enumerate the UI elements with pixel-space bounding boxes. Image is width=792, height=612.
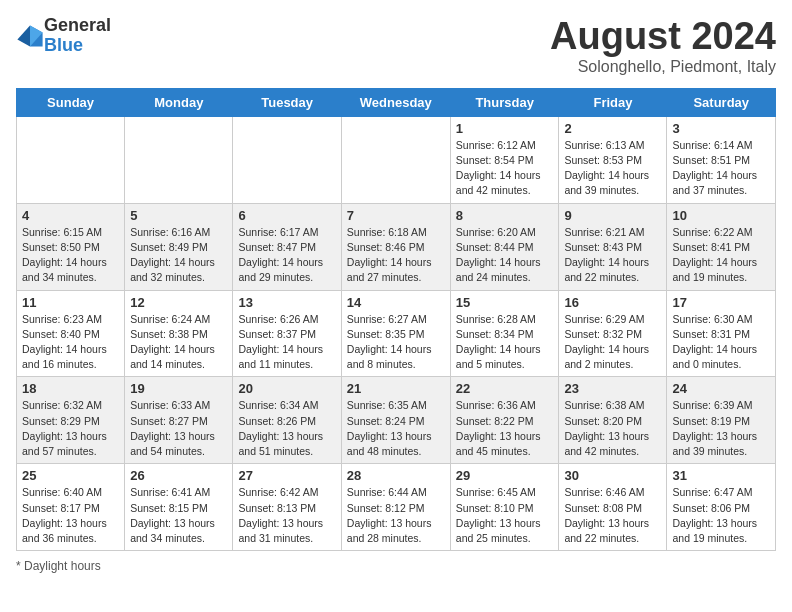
day-number: 22 [456, 381, 554, 396]
day-number: 14 [347, 295, 445, 310]
day-of-week-header: Saturday [667, 88, 776, 116]
day-number: 21 [347, 381, 445, 396]
calendar-day-cell: 2Sunrise: 6:13 AMSunset: 8:53 PMDaylight… [559, 116, 667, 203]
day-number: 19 [130, 381, 227, 396]
calendar-day-cell: 22Sunrise: 6:36 AMSunset: 8:22 PMDayligh… [450, 377, 559, 464]
day-info: Sunrise: 6:41 AMSunset: 8:15 PMDaylight:… [130, 485, 227, 546]
title-area: August 2024 Solonghello, Piedmont, Italy [550, 16, 776, 76]
day-info: Sunrise: 6:15 AMSunset: 8:50 PMDaylight:… [22, 225, 119, 286]
day-info: Sunrise: 6:40 AMSunset: 8:17 PMDaylight:… [22, 485, 119, 546]
calendar-day-cell: 19Sunrise: 6:33 AMSunset: 8:27 PMDayligh… [125, 377, 233, 464]
calendar-day-cell: 9Sunrise: 6:21 AMSunset: 8:43 PMDaylight… [559, 203, 667, 290]
calendar-day-cell [125, 116, 233, 203]
day-number: 16 [564, 295, 661, 310]
calendar-day-cell: 23Sunrise: 6:38 AMSunset: 8:20 PMDayligh… [559, 377, 667, 464]
day-number: 17 [672, 295, 770, 310]
day-info: Sunrise: 6:24 AMSunset: 8:38 PMDaylight:… [130, 312, 227, 373]
calendar-day-cell: 24Sunrise: 6:39 AMSunset: 8:19 PMDayligh… [667, 377, 776, 464]
day-info: Sunrise: 6:12 AMSunset: 8:54 PMDaylight:… [456, 138, 554, 199]
day-info: Sunrise: 6:28 AMSunset: 8:34 PMDaylight:… [456, 312, 554, 373]
calendar-day-cell: 17Sunrise: 6:30 AMSunset: 8:31 PMDayligh… [667, 290, 776, 377]
day-info: Sunrise: 6:29 AMSunset: 8:32 PMDaylight:… [564, 312, 661, 373]
day-number: 12 [130, 295, 227, 310]
day-number: 2 [564, 121, 661, 136]
calendar-day-cell: 8Sunrise: 6:20 AMSunset: 8:44 PMDaylight… [450, 203, 559, 290]
logo-blue-text: Blue [44, 35, 83, 55]
day-info: Sunrise: 6:47 AMSunset: 8:06 PMDaylight:… [672, 485, 770, 546]
day-number: 1 [456, 121, 554, 136]
day-info: Sunrise: 6:21 AMSunset: 8:43 PMDaylight:… [564, 225, 661, 286]
day-number: 28 [347, 468, 445, 483]
calendar-day-cell: 15Sunrise: 6:28 AMSunset: 8:34 PMDayligh… [450, 290, 559, 377]
day-info: Sunrise: 6:35 AMSunset: 8:24 PMDaylight:… [347, 398, 445, 459]
day-number: 8 [456, 208, 554, 223]
day-number: 24 [672, 381, 770, 396]
calendar-day-cell: 18Sunrise: 6:32 AMSunset: 8:29 PMDayligh… [17, 377, 125, 464]
day-number: 4 [22, 208, 119, 223]
calendar-day-cell: 16Sunrise: 6:29 AMSunset: 8:32 PMDayligh… [559, 290, 667, 377]
day-number: 25 [22, 468, 119, 483]
day-number: 20 [238, 381, 335, 396]
day-info: Sunrise: 6:26 AMSunset: 8:37 PMDaylight:… [238, 312, 335, 373]
day-info: Sunrise: 6:22 AMSunset: 8:41 PMDaylight:… [672, 225, 770, 286]
day-of-week-header: Friday [559, 88, 667, 116]
calendar-day-cell: 13Sunrise: 6:26 AMSunset: 8:37 PMDayligh… [233, 290, 341, 377]
day-info: Sunrise: 6:44 AMSunset: 8:12 PMDaylight:… [347, 485, 445, 546]
day-info: Sunrise: 6:23 AMSunset: 8:40 PMDaylight:… [22, 312, 119, 373]
svg-marker-1 [17, 25, 30, 46]
day-number: 18 [22, 381, 119, 396]
calendar-header-row: SundayMondayTuesdayWednesdayThursdayFrid… [17, 88, 776, 116]
calendar-day-cell: 31Sunrise: 6:47 AMSunset: 8:06 PMDayligh… [667, 464, 776, 551]
day-info: Sunrise: 6:46 AMSunset: 8:08 PMDaylight:… [564, 485, 661, 546]
calendar-day-cell: 14Sunrise: 6:27 AMSunset: 8:35 PMDayligh… [341, 290, 450, 377]
calendar-table: SundayMondayTuesdayWednesdayThursdayFrid… [16, 88, 776, 551]
day-number: 6 [238, 208, 335, 223]
day-info: Sunrise: 6:27 AMSunset: 8:35 PMDaylight:… [347, 312, 445, 373]
calendar-day-cell: 30Sunrise: 6:46 AMSunset: 8:08 PMDayligh… [559, 464, 667, 551]
calendar-day-cell: 1Sunrise: 6:12 AMSunset: 8:54 PMDaylight… [450, 116, 559, 203]
day-info: Sunrise: 6:30 AMSunset: 8:31 PMDaylight:… [672, 312, 770, 373]
calendar-day-cell: 26Sunrise: 6:41 AMSunset: 8:15 PMDayligh… [125, 464, 233, 551]
calendar-day-cell [341, 116, 450, 203]
day-info: Sunrise: 6:33 AMSunset: 8:27 PMDaylight:… [130, 398, 227, 459]
day-info: Sunrise: 6:38 AMSunset: 8:20 PMDaylight:… [564, 398, 661, 459]
calendar-day-cell: 20Sunrise: 6:34 AMSunset: 8:26 PMDayligh… [233, 377, 341, 464]
calendar-day-cell: 3Sunrise: 6:14 AMSunset: 8:51 PMDaylight… [667, 116, 776, 203]
day-number: 26 [130, 468, 227, 483]
day-info: Sunrise: 6:39 AMSunset: 8:19 PMDaylight:… [672, 398, 770, 459]
month-year-title: August 2024 [550, 16, 776, 58]
day-number: 7 [347, 208, 445, 223]
calendar-day-cell: 25Sunrise: 6:40 AMSunset: 8:17 PMDayligh… [17, 464, 125, 551]
calendar-day-cell: 5Sunrise: 6:16 AMSunset: 8:49 PMDaylight… [125, 203, 233, 290]
day-number: 11 [22, 295, 119, 310]
day-info: Sunrise: 6:36 AMSunset: 8:22 PMDaylight:… [456, 398, 554, 459]
day-number: 27 [238, 468, 335, 483]
calendar-day-cell [17, 116, 125, 203]
calendar-day-cell: 29Sunrise: 6:45 AMSunset: 8:10 PMDayligh… [450, 464, 559, 551]
day-number: 29 [456, 468, 554, 483]
day-of-week-header: Thursday [450, 88, 559, 116]
day-number: 10 [672, 208, 770, 223]
day-of-week-header: Sunday [17, 88, 125, 116]
day-of-week-header: Monday [125, 88, 233, 116]
calendar-day-cell: 6Sunrise: 6:17 AMSunset: 8:47 PMDaylight… [233, 203, 341, 290]
calendar-day-cell [233, 116, 341, 203]
day-info: Sunrise: 6:13 AMSunset: 8:53 PMDaylight:… [564, 138, 661, 199]
header: General Blue August 2024 Solonghello, Pi… [16, 16, 776, 76]
day-number: 23 [564, 381, 661, 396]
day-number: 15 [456, 295, 554, 310]
day-info: Sunrise: 6:34 AMSunset: 8:26 PMDaylight:… [238, 398, 335, 459]
day-number: 3 [672, 121, 770, 136]
calendar-day-cell: 11Sunrise: 6:23 AMSunset: 8:40 PMDayligh… [17, 290, 125, 377]
day-info: Sunrise: 6:42 AMSunset: 8:13 PMDaylight:… [238, 485, 335, 546]
day-number: 30 [564, 468, 661, 483]
logo-general-text: General [44, 15, 111, 35]
day-info: Sunrise: 6:32 AMSunset: 8:29 PMDaylight:… [22, 398, 119, 459]
day-info: Sunrise: 6:14 AMSunset: 8:51 PMDaylight:… [672, 138, 770, 199]
location-subtitle: Solonghello, Piedmont, Italy [550, 58, 776, 76]
day-of-week-header: Wednesday [341, 88, 450, 116]
calendar-day-cell: 12Sunrise: 6:24 AMSunset: 8:38 PMDayligh… [125, 290, 233, 377]
calendar-day-cell: 7Sunrise: 6:18 AMSunset: 8:46 PMDaylight… [341, 203, 450, 290]
day-number: 31 [672, 468, 770, 483]
calendar-week-row: 25Sunrise: 6:40 AMSunset: 8:17 PMDayligh… [17, 464, 776, 551]
